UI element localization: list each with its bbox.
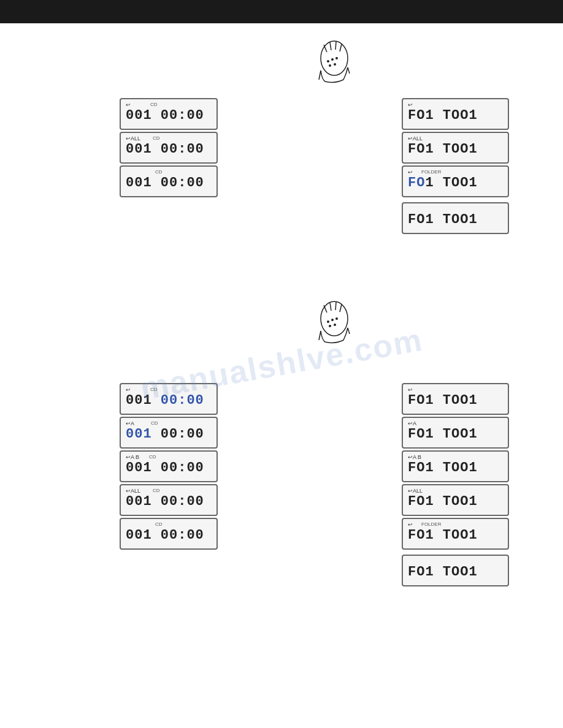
- repeat-icon-bl4: ↩ALL: [126, 488, 140, 494]
- svg-point-21: [334, 324, 336, 326]
- svg-point-6: [331, 58, 334, 61]
- svg-point-17: [327, 320, 329, 323]
- lcd-tr1: ↩ FO1 TOO1: [402, 98, 509, 130]
- hand-svg-mid: [301, 300, 356, 346]
- lcd-br1: ↩ FO1 TOO1: [402, 383, 509, 415]
- label-cd-bl5: CD: [155, 521, 163, 527]
- repeat-icon-br3: ↩A B: [408, 454, 421, 460]
- lcd-text-bl2b: 00:00: [152, 427, 204, 442]
- repeat-icon-bl1: ↩: [126, 387, 131, 393]
- lcd-bl4: ↩ALL CD 001 00:00: [120, 484, 218, 516]
- svg-line-10: [319, 70, 321, 80]
- label-cd-bl3: CD: [149, 454, 156, 460]
- svg-line-15: [335, 302, 336, 310]
- lcd-tr3: ↩ FOLDER FO1 TOO1: [402, 165, 509, 197]
- svg-line-16: [340, 305, 342, 312]
- lcd-text-br5: FO1 TOO1: [408, 528, 478, 543]
- repeat-icon-tl2: ↩ALL: [126, 135, 140, 142]
- lcd-bl2: ↩A CD 001 00:00: [120, 417, 218, 449]
- svg-point-8: [329, 64, 331, 67]
- lcd-text-bl1a: 001: [126, 393, 161, 408]
- lcd-text-br2: FO1 TOO1: [408, 427, 478, 442]
- svg-line-2: [330, 42, 331, 50]
- lcd-br6: FO1 TOO1: [402, 555, 509, 586]
- svg-line-14: [330, 303, 331, 311]
- lcd-br4: ↩ALL FO1 TOO1: [402, 484, 509, 516]
- svg-point-5: [327, 60, 329, 63]
- svg-point-20: [329, 325, 331, 327]
- lcd-tl2: ↩ALL CD 001 00:00: [120, 132, 218, 164]
- repeat-icon-tr1: ↩: [408, 102, 413, 108]
- lcd-text-rest-tr3: 1 TOO1: [425, 175, 477, 191]
- lcd-text-bl5: 001 00:00: [126, 528, 204, 543]
- lcd-tr2: ↩ALL FO1 TOO1: [402, 132, 509, 164]
- label-cd-bl2: CD: [151, 420, 158, 426]
- repeat-icon-tr3: ↩: [408, 169, 413, 175]
- lcd-br2: ↩A FO1 TOO1: [402, 417, 509, 449]
- hand-icon-mid: [301, 300, 356, 346]
- lcd-tl3: CD 001 00:00: [120, 165, 218, 197]
- lcd-br3: ↩A B FO1 TOO1: [402, 450, 509, 482]
- lcd-text-br6: FO1 TOO1: [408, 564, 478, 580]
- svg-line-22: [319, 331, 321, 340]
- lcd-text-fo-tr3: FO: [408, 175, 425, 191]
- lcd-text-bl3: 001 00:00: [126, 460, 204, 476]
- label-cd-tl3: CD: [155, 169, 163, 175]
- lcd-text-br3: FO1 TOO1: [408, 460, 478, 476]
- repeat-icon-br2: ↩A: [408, 420, 416, 427]
- lcd-bl3: ↩A B CD 001 00:00: [120, 450, 218, 482]
- lcd-text-br4: FO1 TOO1: [408, 494, 478, 509]
- lcd-tl1: ↩ CD 001 00:00: [120, 98, 218, 130]
- label-cd-tl2: CD: [153, 135, 160, 141]
- hand-svg-top: [301, 40, 356, 86]
- lcd-text-bl2a: 001: [126, 427, 152, 442]
- svg-point-19: [335, 317, 338, 320]
- lcd-text-tl3: 001 00:00: [126, 175, 204, 191]
- hand-icon-top: [301, 40, 356, 86]
- label-cd-bl4: CD: [153, 488, 160, 493]
- label-cd-bl1: CD: [150, 387, 158, 392]
- folder-label-br5: FOLDER: [421, 521, 441, 527]
- lcd-text-br1: FO1 TOO1: [408, 393, 478, 408]
- svg-line-3: [335, 42, 336, 50]
- svg-line-11: [348, 67, 350, 74]
- svg-line-4: [340, 44, 342, 51]
- lcd-tr4: FO1 TOO1: [402, 202, 509, 234]
- lcd-bl1: ↩ CD 001 00:00: [120, 383, 218, 415]
- lcd-text-tr2: FO1 TOO1: [408, 142, 478, 157]
- repeat-icon-br1: ↩: [408, 387, 413, 393]
- lcd-text-tr4: FO1 TOO1: [408, 212, 478, 227]
- header-bar: [0, 0, 563, 23]
- repeat-icon-br5: ↩: [408, 521, 413, 528]
- lcd-br5: ↩ FOLDER FO1 TOO1: [402, 518, 509, 550]
- folder-label-tr3: FOLDER: [421, 169, 441, 175]
- repeat-icon-tl1: ↩: [126, 102, 131, 108]
- lcd-text-tr1: FO1 TOO1: [408, 108, 478, 123]
- repeat-icon-bl2: ↩A: [126, 420, 134, 427]
- svg-point-18: [331, 319, 334, 321]
- lcd-text-bl4: 001 00:00: [126, 494, 204, 509]
- lcd-text-tl1: 001 00:00: [126, 108, 204, 123]
- lcd-bl5: CD 001 00:00: [120, 518, 218, 550]
- repeat-icon-bl3: ↩A B: [126, 454, 139, 460]
- svg-point-7: [335, 57, 338, 59]
- svg-line-23: [348, 328, 350, 334]
- lcd-text-bl1b: 00:00: [161, 393, 204, 408]
- repeat-icon-tr2: ↩ALL: [408, 135, 423, 142]
- label-cd-tl1: CD: [150, 102, 158, 107]
- repeat-icon-br4: ↩ALL: [408, 488, 423, 494]
- svg-point-9: [334, 63, 336, 66]
- lcd-text-tl2: 001 00:00: [126, 142, 204, 157]
